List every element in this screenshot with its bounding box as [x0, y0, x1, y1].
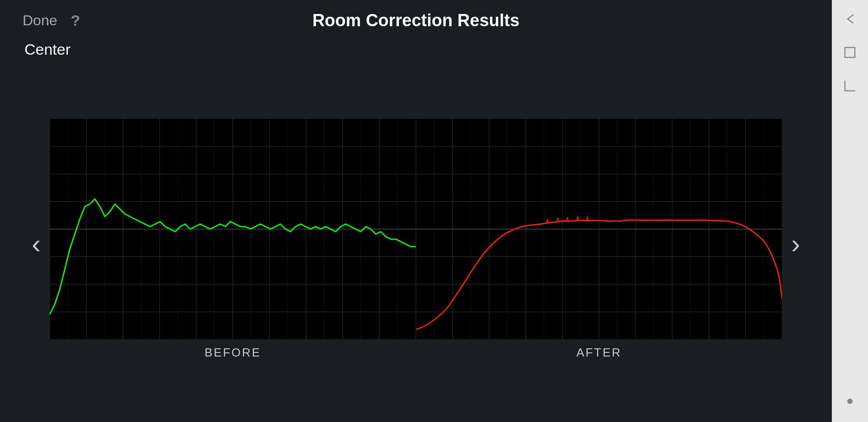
before-chart-wrapper: BEFORE [50, 119, 416, 369]
svg-rect-60 [845, 47, 855, 57]
before-chart-svg [50, 119, 416, 339]
after-chart-svg [416, 119, 782, 339]
page-title: Room Correction Results [312, 11, 519, 30]
after-label: AFTER [576, 346, 622, 360]
prev-arrow[interactable]: ‹ [23, 228, 50, 259]
back-arrow-icon[interactable] [840, 9, 860, 29]
main-content: Done ? Room Correction Results Center ‹ [0, 0, 832, 422]
before-label: BEFORE [205, 346, 261, 360]
after-chart-wrapper: AFTER [416, 119, 782, 369]
right-sidebar [832, 0, 868, 422]
corner-icon[interactable] [840, 76, 860, 96]
after-chart [416, 119, 782, 339]
square-icon[interactable] [840, 42, 860, 62]
done-button[interactable]: Done [23, 12, 57, 29]
help-icon[interactable]: ? [71, 12, 80, 29]
before-chart [50, 119, 416, 339]
page-indicator-dot [847, 399, 853, 404]
charts-container: BEFORE [50, 119, 782, 369]
header: Done ? Room Correction Results [23, 0, 809, 41]
section-label: Center [24, 41, 809, 58]
next-arrow[interactable]: › [782, 228, 809, 259]
